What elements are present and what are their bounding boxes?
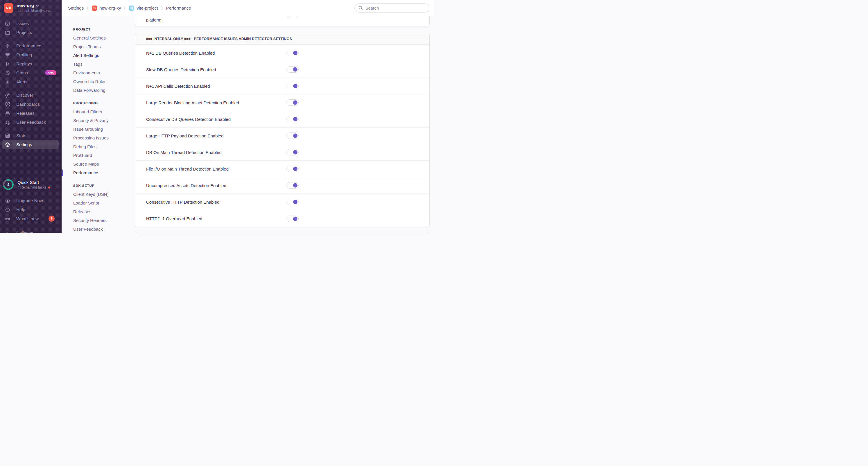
sidebar-item-releases[interactable]: Releases xyxy=(0,108,62,118)
beta-badge: beta xyxy=(45,70,56,75)
sidebar-item-replays[interactable]: Replays xyxy=(0,59,62,68)
toggle-http-1-1-overhead-enabled[interactable] xyxy=(286,216,299,222)
breadcrumb-item-new-org-xy[interactable]: NXnew-org-xy xyxy=(92,5,121,11)
toggle-large-render-blocking-asset-detection-enabled[interactable] xyxy=(286,99,299,106)
settings-nav-item-client-keys-dsn[interactable]: Client Keys (DSN) xyxy=(62,190,125,199)
settings-nav-item-performance[interactable]: Performance xyxy=(62,168,125,177)
search-box[interactable] xyxy=(354,3,429,12)
sidebar-item-issues[interactable]: Issues xyxy=(0,19,62,28)
toggle-file-i-o-on-main-thread-detection-enabled[interactable] xyxy=(286,165,299,172)
org-switcher[interactable]: NX new-org abdullah.khan@sen… xyxy=(0,0,62,15)
sidebar-item-label: What's new xyxy=(16,216,39,221)
sidebar-item-profiling[interactable]: Profiling xyxy=(0,50,62,59)
sidebar-item-label: Alerts xyxy=(16,79,27,84)
setting-row-n-1-api-calls-detection-enabled: N+1 API Calls Detection Enabled xyxy=(135,78,429,94)
sidebar-item-stats[interactable]: Stats xyxy=(0,131,62,140)
dashboards-icon xyxy=(5,101,10,107)
settings-nav-item-general-settings[interactable]: General Settings xyxy=(62,34,125,42)
sidebar-item-label: Stats xyxy=(16,133,26,138)
settings-nav-item-label: Loader Script xyxy=(73,200,99,206)
settings-nav-item-label: Client Keys (DSN) xyxy=(73,192,108,197)
sidebar-item-label: Collapse xyxy=(16,230,33,233)
alerts-icon xyxy=(5,79,10,85)
settings-nav-item-alert-settings[interactable]: Alert Settings xyxy=(62,51,125,60)
toggle-consecutive-http-detection-enabled[interactable] xyxy=(286,199,299,205)
settings-nav-heading-project: PROJECT xyxy=(62,25,125,34)
settings-subnav: PROJECTGeneral SettingsProject TeamsAler… xyxy=(62,16,125,233)
sidebar-item-label: User Feedback xyxy=(16,120,46,125)
settings-nav-item-label: Debug Files xyxy=(73,144,96,149)
chevron-right-icon xyxy=(124,6,126,10)
toggle-knob xyxy=(288,16,292,17)
toggle-knob xyxy=(293,134,298,138)
settings-nav-heading-processing: PROCESSING xyxy=(62,99,125,107)
settings-nav-item-label: Tags xyxy=(73,62,83,66)
toggle-n-1-db-queries-detection-enabled[interactable] xyxy=(286,50,299,56)
settings-nav-item-tags[interactable]: Tags xyxy=(62,60,125,68)
sidebar-item-discover[interactable]: Discover xyxy=(0,91,62,100)
sidebar-item-collapse[interactable]: Collapse xyxy=(0,228,62,233)
settings-nav-item-environments[interactable]: Environments xyxy=(62,68,125,77)
search-icon xyxy=(358,5,363,10)
sidebar-item-alerts[interactable]: Alerts xyxy=(0,77,62,86)
settings-nav-item-inbound-filters[interactable]: Inbound Filters xyxy=(62,107,125,116)
setting-row-label: Slow DB Queries Detection Enabled xyxy=(146,67,216,72)
sidebar-footer-nav: Upgrade NowHelpWhat's new1 xyxy=(0,196,62,223)
toggle-consecutive-db-queries-detection-enabled[interactable] xyxy=(286,116,299,122)
toggle-large-http-payload-detection-enabled[interactable] xyxy=(286,132,299,139)
breadcrumb-item-vite-project[interactable]: vite-project xyxy=(129,5,158,11)
settings-nav-item-releases[interactable]: Releases xyxy=(62,208,125,216)
settings-nav-item-security-headers[interactable]: Security Headers xyxy=(62,216,125,225)
breadcrumb-label: Performance xyxy=(166,5,191,10)
whats-new-count-badge: 1 xyxy=(49,216,55,222)
settings-nav-item-user-feedback[interactable]: User Feedback xyxy=(62,225,125,233)
settings-nav-item-label: Inbound Filters xyxy=(73,109,102,114)
sidebar-item-user-feedback[interactable]: User Feedback xyxy=(0,118,62,127)
sidebar-item-settings[interactable]: Settings xyxy=(2,140,59,149)
toggle-knob xyxy=(293,84,298,88)
setting-row-large-render-blocking-asset-detection-enabled: Large Render Blocking Asset Detection En… xyxy=(135,94,429,111)
quick-start[interactable]: 4 Quick Start 4 Remaining tasks xyxy=(0,179,62,190)
settings-nav-item-label: User Feedback xyxy=(73,227,103,231)
toggle-db-on-main-thread-detection-enabled[interactable] xyxy=(286,149,299,155)
settings-nav-item-source-maps[interactable]: Source Maps xyxy=(62,160,125,168)
toggle-n-1-api-calls-detection-enabled[interactable] xyxy=(286,83,299,89)
sidebar-item-what-s-new[interactable]: What's new1 xyxy=(0,214,62,223)
settings-nav-group: PROCESSINGInbound FiltersSecurity & Priv… xyxy=(62,99,125,177)
setting-row-label: Large Render Blocking Asset Detection En… xyxy=(146,100,239,105)
react-project-icon xyxy=(129,5,134,11)
breadcrumb-item-settings[interactable]: Settings xyxy=(68,5,84,10)
sidebar-item-crons[interactable]: Cronsbeta xyxy=(0,68,62,77)
settings-nav-item-ownership-rules[interactable]: Ownership Rules xyxy=(62,77,125,86)
sidebar-item-label: Performance xyxy=(16,43,41,48)
upgrade-icon xyxy=(5,198,10,204)
settings-nav-item-proguard[interactable]: ProGuard xyxy=(62,151,125,160)
org-avatar: NX xyxy=(4,3,13,13)
clipped-panel: platform. xyxy=(135,16,430,26)
panel-header: ### INTERNAL ONLY ### - PERFORMANCE ISSU… xyxy=(135,33,429,45)
sidebar-item-label: Upgrade Now xyxy=(16,198,43,203)
settings-nav-item-security-privacy[interactable]: Security & Privacy xyxy=(62,116,125,125)
settings-nav-item-loader-script[interactable]: Loader Script xyxy=(62,199,125,208)
settings-nav-item-project-teams[interactable]: Project Teams xyxy=(62,42,125,51)
settings-nav-item-issue-grouping[interactable]: Issue Grouping xyxy=(62,125,125,134)
clipped-panel-text: platform. xyxy=(135,16,429,22)
toggle-uncompressed-assets-detection-enabled[interactable] xyxy=(286,182,299,189)
breadcrumb-item-performance[interactable]: Performance xyxy=(166,5,191,10)
setting-row-label: N+1 DB Queries Detection Enabled xyxy=(146,51,215,56)
sidebar-item-upgrade-now[interactable]: Upgrade Now xyxy=(0,196,62,205)
search-input[interactable] xyxy=(366,6,426,10)
sidebar-item-performance[interactable]: Performance xyxy=(0,41,62,50)
sidebar-item-projects[interactable]: Projects xyxy=(0,28,62,37)
org-avatar-small: NX xyxy=(92,5,97,11)
sidebar-item-label: Crons xyxy=(16,70,28,75)
sidebar-item-help[interactable]: Help xyxy=(0,205,62,214)
toggle-slow-db-queries-detection-enabled[interactable] xyxy=(286,66,299,73)
settings-nav-item-debug-files[interactable]: Debug Files xyxy=(62,142,125,151)
settings-nav-item-processing-issues[interactable]: Processing Issues xyxy=(62,134,125,142)
settings-nav-item-data-forwarding[interactable]: Data Forwarding xyxy=(62,86,125,95)
sidebar-item-label: Help xyxy=(16,207,25,212)
stats-icon xyxy=(5,133,10,138)
org-name: new-org xyxy=(17,3,34,8)
sidebar-item-dashboards[interactable]: Dashboards xyxy=(0,100,62,108)
